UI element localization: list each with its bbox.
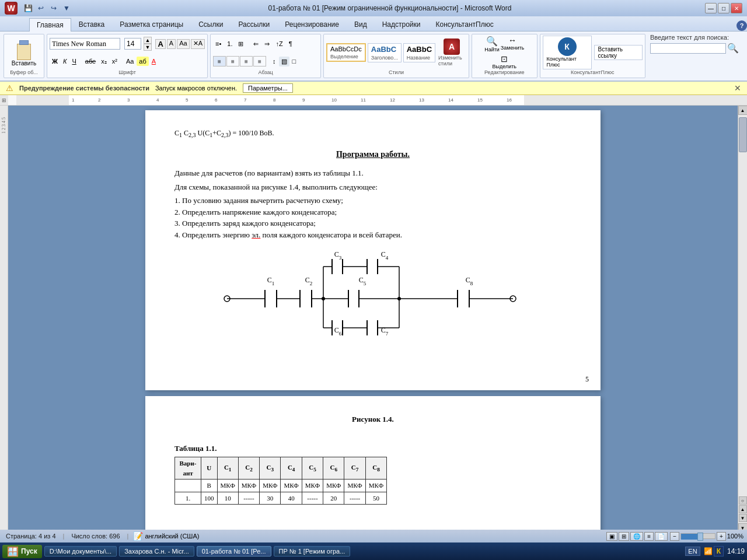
subscript-button[interactable]: x₂ xyxy=(99,57,109,66)
paragraph-label: Абзац xyxy=(213,69,318,76)
zoom-fill xyxy=(681,534,699,540)
document-area[interactable]: C1 C2,3 U(C1+C2,3) = 100/10 ВоВ. Програм… xyxy=(8,106,738,533)
tab-review[interactable]: Рецензирование xyxy=(277,18,347,31)
security-bar: ⚠ Предупреждение системы безопасности За… xyxy=(0,82,747,95)
office-menu-button[interactable]: W xyxy=(5,2,18,15)
font-size-down[interactable]: ▼ xyxy=(144,44,152,51)
align-left-btn[interactable]: ≡ xyxy=(213,56,226,66)
tab-references[interactable]: Ссылки xyxy=(191,18,231,31)
underline-button[interactable]: Ч xyxy=(69,57,78,66)
find-btn[interactable]: 🔍 Найти xyxy=(484,36,500,52)
antivirus-icon[interactable]: К xyxy=(714,546,724,556)
maximize-button[interactable]: □ xyxy=(718,3,729,13)
network-icon[interactable]: 📶 xyxy=(704,547,713,555)
italic-button[interactable]: К xyxy=(61,57,69,66)
outline-btn[interactable]: ≡ xyxy=(644,532,654,541)
dropdown-quick-btn[interactable]: ▼ xyxy=(61,2,72,14)
taskbar-item-2[interactable]: Захарова С.н. - Micr... xyxy=(119,546,194,556)
line-spacing-btn[interactable]: ↕ xyxy=(270,57,278,66)
print-layout-btn[interactable]: ▣ xyxy=(606,532,617,541)
show-formatting-btn[interactable]: ¶ xyxy=(287,39,295,48)
security-close-button[interactable]: ✕ xyxy=(734,83,741,93)
redo-quick-btn[interactable]: ↪ xyxy=(48,2,60,14)
multilevel-btn[interactable]: ⊞ xyxy=(236,39,246,49)
strikethrough-button[interactable]: абе xyxy=(83,57,98,66)
konsultant-btn[interactable]: К Консультант Плюс xyxy=(543,36,592,69)
help-button[interactable]: ? xyxy=(736,20,747,31)
zoom-out-btn[interactable]: − xyxy=(670,532,679,541)
full-screen-btn[interactable]: ⊞ xyxy=(619,532,629,541)
font-name-box[interactable]: Times New Roman xyxy=(50,38,120,50)
font-size-box[interactable]: 14 xyxy=(124,38,141,50)
insert-link-btn[interactable]: Вставить ссылку xyxy=(594,45,643,60)
change-styles-btn[interactable]: А Изменить стили xyxy=(437,37,466,68)
undo-quick-btn[interactable]: ↩ xyxy=(35,2,47,14)
close-button[interactable]: ✕ xyxy=(731,3,742,13)
align-center-btn[interactable]: ≡ xyxy=(226,56,239,66)
bullets-btn[interactable]: ≡• xyxy=(213,39,224,48)
table-title: Таблица 1.1. xyxy=(174,443,571,454)
paste-icon xyxy=(13,39,34,60)
font-color-btn[interactable]: А xyxy=(149,57,158,66)
tab-view[interactable]: Вид xyxy=(347,18,375,31)
taskbar: 🪟 Пуск D:\Мои документы\... Захарова С.н… xyxy=(0,542,747,560)
zoom-slider[interactable] xyxy=(680,533,715,539)
web-layout-btn[interactable]: 🌐 xyxy=(630,532,643,541)
title-bar: W 💾 ↩ ↪ ▼ 01-работа № 01 [Режим ограниче… xyxy=(0,0,747,16)
style-title[interactable]: AaBbCНазвание xyxy=(403,43,435,62)
decrease-indent-btn[interactable]: ⇐ xyxy=(251,39,261,49)
increase-font-btn[interactable]: A xyxy=(155,39,165,49)
tab-page-layout[interactable]: Разметка страницы xyxy=(112,18,191,31)
select-btn[interactable]: ⊡ Выделить xyxy=(492,54,516,69)
item-4: 4. Определить энергию эл. поля каждого к… xyxy=(174,229,571,241)
taskbar-item-4[interactable]: ПР № 1 [Режим огра... xyxy=(274,546,351,556)
zoom-handle[interactable] xyxy=(697,533,703,541)
superscript-button[interactable]: x² xyxy=(110,57,120,66)
change-case-btn[interactable]: Aa xyxy=(124,57,136,66)
tab-addins[interactable]: Надстройки xyxy=(375,18,428,31)
taskbar-item-1[interactable]: D:\Мои документы\... xyxy=(44,546,117,556)
tab-insert[interactable]: Вставка xyxy=(71,18,113,31)
decrease-font-btn[interactable]: A xyxy=(167,39,176,49)
tab-home[interactable]: Главная xyxy=(29,18,71,32)
col-variant: Вари-ант xyxy=(175,457,201,480)
minimize-button[interactable]: — xyxy=(705,3,717,13)
search-icon[interactable]: 🔍 xyxy=(727,43,739,54)
browse-prev-btn[interactable]: ▲ xyxy=(739,505,747,513)
justify-btn[interactable]: ≡ xyxy=(253,56,266,66)
font-size-up[interactable]: ▲ xyxy=(144,37,152,44)
style-selection[interactable]: AaBbCcDcВыделение xyxy=(326,43,366,62)
align-right-btn[interactable]: ≡ xyxy=(240,56,253,66)
scroll-up-button[interactable]: ▲ xyxy=(738,106,748,115)
sort-btn[interactable]: ↑Z xyxy=(273,39,285,48)
lang-indicator[interactable]: EN xyxy=(685,547,700,556)
start-button[interactable]: 🪟 Пуск xyxy=(2,545,42,558)
taskbar-item-3[interactable]: 01-работа № 01 [Ре... xyxy=(197,546,271,556)
security-params-button[interactable]: Параметры... xyxy=(243,83,293,93)
ruler-corner[interactable]: ⊞ xyxy=(0,95,8,106)
select-browse-btn[interactable]: ○ xyxy=(739,496,747,505)
font-size-buttons: A A Aa ✕A xyxy=(155,39,205,49)
styles-group: AaBbCcDcВыделение AaBbCЗаголово... AaBbC… xyxy=(323,34,469,78)
tab-mailings[interactable]: Рассылки xyxy=(231,18,277,31)
clear-format-btn[interactable]: Aa xyxy=(177,39,189,49)
borders-btn[interactable]: □ xyxy=(290,57,299,66)
highlight-btn[interactable]: аб xyxy=(137,57,148,66)
increase-indent-btn[interactable]: ⇒ xyxy=(262,39,272,49)
numbering-btn[interactable]: 1. xyxy=(225,39,235,48)
zoom-in-btn[interactable]: + xyxy=(717,532,726,541)
draft-btn[interactable]: 📄 xyxy=(655,532,668,541)
scroll-thumb[interactable] xyxy=(739,117,747,152)
save-quick-btn[interactable]: 💾 xyxy=(22,2,34,14)
browse-next-btn[interactable]: ▼ xyxy=(739,514,747,522)
data-table: Вари-ант U C1 C2 C3 C4 C5 C6 C7 C8 xyxy=(174,457,387,505)
shading-btn[interactable]: ▧ xyxy=(279,57,289,66)
style-heading[interactable]: AaBbCЗаголово... xyxy=(368,43,402,62)
bold-button[interactable]: Ж xyxy=(50,57,60,66)
tab-konsultant[interactable]: КонсультантПлюс xyxy=(428,18,501,31)
replace-btn[interactable]: ↔ Заменить xyxy=(501,36,524,51)
paste-button[interactable]: Вставить xyxy=(8,37,40,68)
search-input[interactable] xyxy=(650,43,726,54)
styles-label: Стили xyxy=(326,69,466,76)
text-effects-btn[interactable]: ✕A xyxy=(191,39,205,49)
